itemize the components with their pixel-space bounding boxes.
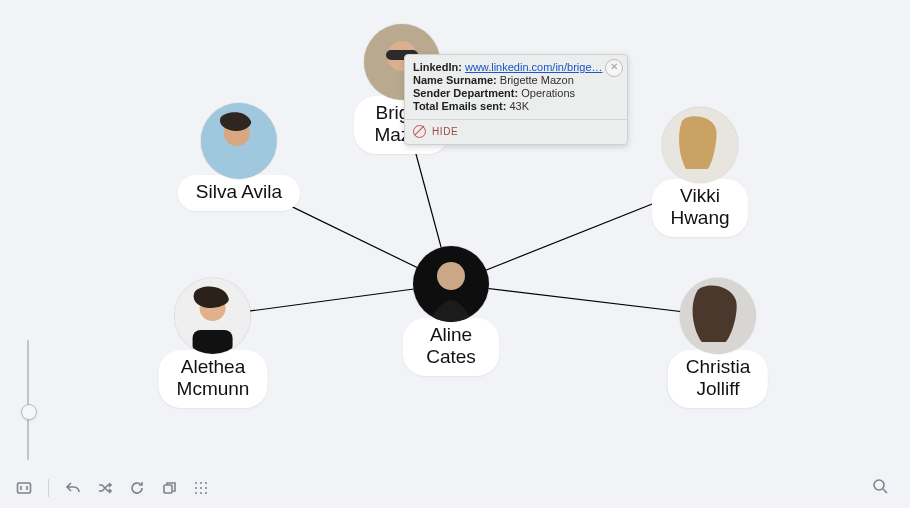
svg-point-26	[205, 487, 207, 489]
node-label: Silva Avila	[178, 175, 300, 211]
slider-track	[27, 340, 29, 460]
tooltip-value: Brigette Mazon	[500, 74, 574, 86]
node-vikki-hwang[interactable]: VikkiHwang	[652, 107, 748, 237]
undo-icon[interactable]	[63, 478, 83, 498]
close-icon[interactable]: ✕	[605, 59, 623, 77]
node-label: VikkiHwang	[652, 179, 748, 237]
toolbar-separator	[48, 479, 49, 497]
grid-icon[interactable]	[191, 478, 211, 498]
avatar	[175, 278, 251, 354]
svg-point-28	[200, 492, 202, 494]
duplicate-icon[interactable]	[159, 478, 179, 498]
hide-label: HIDE	[432, 126, 458, 137]
svg-point-27	[195, 492, 197, 494]
search-icon[interactable]	[872, 478, 890, 496]
hide-button[interactable]: HIDE	[405, 119, 627, 144]
node-aline-cates[interactable]: AlineCates	[403, 246, 499, 376]
refresh-icon[interactable]	[127, 478, 147, 498]
prohibit-icon	[413, 125, 426, 138]
svg-point-6	[437, 262, 465, 290]
tooltip-value: Operations	[521, 87, 575, 99]
svg-point-25	[200, 487, 202, 489]
svg-point-30	[874, 480, 884, 490]
avatar	[413, 246, 489, 322]
svg-point-29	[205, 492, 207, 494]
node-label: ChristiaJolliff	[668, 350, 768, 408]
graph-canvas[interactable]: AlineCates Brig…Maz… Silva Avila Alethea…	[0, 0, 910, 508]
avatar	[201, 103, 277, 179]
node-christia-jolliff[interactable]: ChristiaJolliff	[668, 278, 768, 408]
avatar	[662, 107, 738, 183]
shuffle-icon[interactable]	[95, 478, 115, 498]
svg-rect-20	[164, 485, 172, 493]
tooltip-body: LinkedIn: www.linkedin.com/in/brige… Nam…	[405, 55, 627, 119]
svg-rect-19	[18, 483, 31, 493]
fit-screen-icon[interactable]	[14, 478, 34, 498]
node-alethea-mcmunn[interactable]: AletheaMcmunn	[159, 278, 268, 408]
tooltip-label: LinkedIn:	[413, 61, 462, 73]
svg-point-21	[195, 482, 197, 484]
node-label: AlineCates	[403, 318, 499, 376]
tooltip-value: 43K	[509, 100, 529, 112]
slider-thumb[interactable]	[21, 404, 37, 420]
avatar	[680, 278, 756, 354]
node-label: AletheaMcmunn	[159, 350, 268, 408]
tooltip-label: Name Surname:	[413, 74, 497, 86]
tooltip-label: Total Emails sent:	[413, 100, 506, 112]
node-tooltip: ✕ LinkedIn: www.linkedin.com/in/brige… N…	[404, 54, 628, 145]
svg-point-24	[195, 487, 197, 489]
svg-point-23	[205, 482, 207, 484]
svg-point-22	[200, 482, 202, 484]
node-silva-avila[interactable]: Silva Avila	[178, 103, 300, 211]
bottom-toolbar	[14, 478, 211, 498]
tooltip-label: Sender Department:	[413, 87, 518, 99]
tooltip-link[interactable]: www.linkedin.com/in/brige…	[465, 61, 603, 73]
zoom-slider[interactable]	[20, 340, 36, 460]
svg-rect-14	[193, 330, 233, 354]
